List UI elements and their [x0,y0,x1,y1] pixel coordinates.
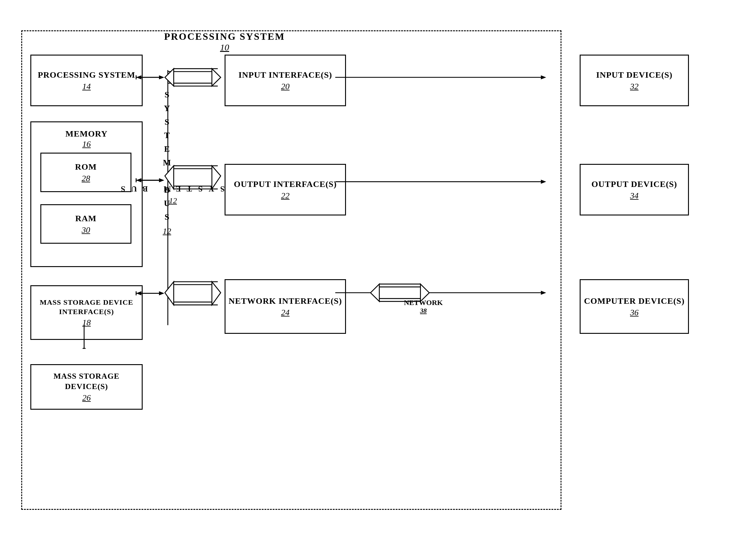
memory-block: MEMORY 16 ROM 28 RAM 30 [30,121,143,267]
network-interfaces-number: 24 [281,308,290,317]
output-interfaces-title: OUTPUT INTERFACE(S) [234,179,337,190]
network-interfaces-block: NETWORK INTERFACE(S) 24 [225,279,346,334]
network-label: NETWORK 38 [404,297,443,316]
system-bus-letters: SYSTEM BUS [158,88,176,224]
computer-devices-number: 36 [630,308,639,317]
ram-title: RAM [75,213,97,224]
network-number: 38 [420,307,427,315]
ram-block: RAM 30 [40,204,131,244]
mass-storage-device-block: MASS STORAGE DEVICE(S) 26 [30,364,143,410]
memory-title: MEMORY [66,128,108,139]
computer-device-number: 10 [164,42,285,53]
mass-storage-device-number: 26 [82,393,91,403]
computer-devices-title: COMPUTER DEVICE(S) [584,296,684,307]
output-devices-number: 34 [630,191,639,201]
processing-system-title: PROCESSING SYSTEM [38,69,135,80]
output-devices-title: OUTPUT DEVICE(S) [592,179,677,190]
mass-storage-device-title: MASS STORAGE DEVICE(S) [31,371,142,392]
input-devices-title: INPUT DEVICE(S) [596,69,673,80]
mass-storage-interface-number: 18 [82,318,91,327]
output-interfaces-block: OUTPUT INTERFACE(S) 22 [225,164,346,215]
system-bus-vertical: SYSTEM BUS 12 [158,88,176,236]
network-text: NETWORK [404,299,443,307]
mass-storage-interface-block: MASS STORAGE DEVICE INTERFACE(S) 18 [30,285,143,340]
computer-device-label: PROCESSING SYSTEM 10 [164,31,285,53]
input-interfaces-title: INPUT INTERFACE(S) [239,69,332,80]
computer-devices-block: COMPUTER DEVICE(S) 36 [580,279,689,334]
rom-title: ROM [75,161,97,172]
input-devices-block: INPUT DEVICE(S) 32 [580,55,689,106]
output-devices-block: OUTPUT DEVICE(S) 34 [580,164,689,215]
output-interfaces-number: 22 [281,191,290,201]
input-devices-number: 32 [630,82,639,91]
input-interfaces-number: 20 [281,82,290,91]
rom-number: 28 [82,174,90,183]
input-interfaces-block: INPUT INTERFACE(S) 20 [225,55,346,106]
system-bus-ref: 12 [158,226,176,236]
network-interfaces-title: NETWORK INTERFACE(S) [229,296,342,307]
computer-device-title: PROCESSING SYSTEM [164,31,285,42]
processing-system-number: 14 [82,82,91,91]
processing-system-block: PROCESSING SYSTEM 14 [30,55,143,106]
memory-number: 16 [82,139,91,149]
mass-storage-interface-title: MASS STORAGE DEVICE INTERFACE(S) [31,298,142,317]
ram-number: 30 [82,225,90,235]
